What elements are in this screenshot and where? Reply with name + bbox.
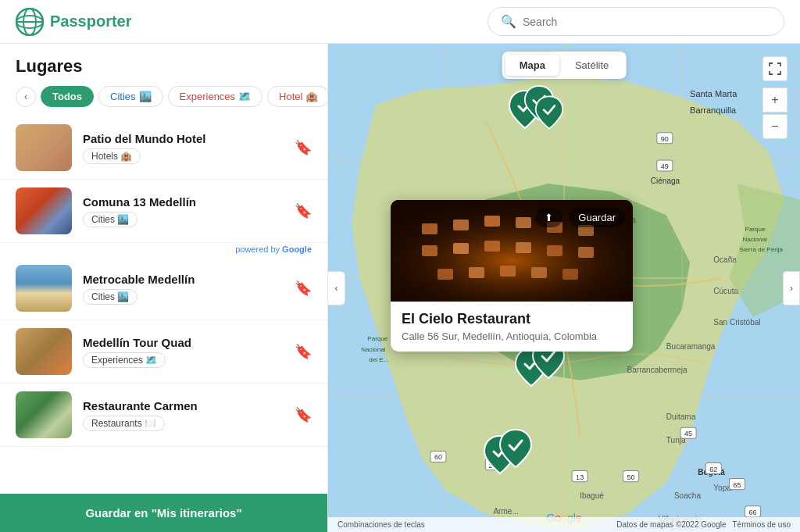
item-tag: Hotels 🏨 bbox=[83, 148, 141, 164]
filter-tab-experiences[interactable]: Experiences 🗺️ bbox=[168, 86, 263, 107]
svg-text:Nacional: Nacional bbox=[361, 346, 386, 353]
zoom-in-button[interactable]: + bbox=[762, 87, 788, 112]
item-info: Medellín Tour Quad Experiences 🗺️ bbox=[83, 336, 284, 368]
left-panel: Lugares ‹ Todos Cities 🏙️ Experiences 🗺️… bbox=[0, 44, 328, 532]
main-layout: Lugares ‹ Todos Cities 🏙️ Experiences 🗺️… bbox=[0, 44, 800, 532]
popup-image-overlay: ⬆ Guardar bbox=[391, 200, 633, 302]
popup-address: Calle 56 Sur, Medellín, Antioquia, Colom… bbox=[402, 330, 622, 342]
item-name: Patio del Mundo Hotel bbox=[83, 132, 284, 145]
popup-share-button[interactable]: ⬆ bbox=[535, 208, 562, 227]
map-bottom-right: Datos de mapas ©2022 Google Términos de … bbox=[616, 520, 791, 529]
map-pin-3b[interactable] bbox=[498, 428, 533, 472]
map-popup: ⬆ Guardar El Cielo Restaurant Calle 56 S… bbox=[391, 200, 633, 352]
item-info: Patio del Mundo Hotel Hotels 🏨 bbox=[83, 132, 284, 164]
search-bar[interactable]: 🔍 bbox=[488, 7, 784, 36]
map-tabs: Mapa Satélite bbox=[502, 52, 627, 79]
svg-text:Nacional: Nacional bbox=[743, 236, 768, 243]
map-controls: + − bbox=[762, 56, 788, 139]
svg-text:Barrancabermeja: Barrancabermeja bbox=[627, 366, 688, 374]
header: Passporter 🔍 bbox=[0, 0, 800, 44]
item-tag: Restaurants 🍽️ bbox=[83, 416, 165, 431]
item-info: Metrocable Medellín Cities 🏙️ bbox=[83, 273, 284, 305]
svg-text:Barranquilla: Barranquilla bbox=[690, 105, 737, 115]
fullscreen-button[interactable] bbox=[762, 56, 788, 81]
svg-text:Sierra de Perijá: Sierra de Perijá bbox=[739, 246, 783, 253]
map-pin-1c[interactable] bbox=[534, 95, 564, 134]
item-tag: Cities 🏙️ bbox=[83, 212, 138, 227]
google-brand: Google bbox=[282, 245, 312, 254]
filter-prev-arrow[interactable]: ‹ bbox=[16, 87, 36, 107]
map-background: Santa Marta Barranquilla Ciénaga Bosconi… bbox=[328, 44, 800, 532]
item-name: Restaurante Carmen bbox=[83, 399, 284, 412]
bookmark-button[interactable]: 🔖 bbox=[295, 280, 312, 297]
list-item: Patio del Mundo Hotel Hotels 🏨 🔖 bbox=[0, 116, 327, 180]
item-image bbox=[16, 328, 72, 375]
terms-of-use: Términos de uso bbox=[733, 520, 791, 529]
search-input[interactable] bbox=[523, 16, 771, 28]
search-icon: 🔍 bbox=[501, 14, 516, 29]
svg-text:Arme...: Arme... bbox=[493, 507, 518, 516]
svg-text:Bucaramanga: Bucaramanga bbox=[666, 342, 716, 351]
svg-text:Ciénaga: Ciénaga bbox=[651, 177, 680, 185]
app-name: Passporter bbox=[50, 12, 132, 30]
list-item: Restaurante Carmen Restaurants 🍽️ 🔖 bbox=[0, 384, 327, 447]
items-list: Patio del Mundo Hotel Hotels 🏨 🔖 Comuna … bbox=[0, 116, 327, 494]
tab-mapa[interactable]: Mapa bbox=[505, 55, 559, 76]
bookmark-button[interactable]: 🔖 bbox=[295, 343, 312, 360]
map-bottom-bar: Combinaciones de teclas Datos de mapas ©… bbox=[328, 517, 800, 532]
svg-text:65: 65 bbox=[733, 481, 741, 489]
svg-text:60: 60 bbox=[434, 453, 442, 461]
svg-text:del E...: del E... bbox=[369, 356, 388, 363]
item-name: Metrocable Medellín bbox=[83, 273, 284, 286]
map-panel: Santa Marta Barranquilla Ciénaga Bosconi… bbox=[328, 44, 800, 532]
item-image bbox=[16, 187, 72, 234]
panel-title: Lugares bbox=[16, 56, 312, 77]
zoom-out-button[interactable]: − bbox=[762, 114, 788, 139]
tab-satelite[interactable]: Satélite bbox=[561, 55, 623, 76]
svg-text:62: 62 bbox=[709, 466, 717, 473]
list-item: Medellín Tour Quad Experiences 🗺️ 🔖 bbox=[0, 320, 327, 384]
powered-by: powered by Google bbox=[0, 243, 327, 257]
filter-tab-todos[interactable]: Todos bbox=[41, 86, 94, 107]
list-item: Metrocable Medellín Cities 🏙️ 🔖 bbox=[0, 257, 327, 320]
svg-text:Ocaña: Ocaña bbox=[713, 255, 737, 264]
map-expand-right-arrow[interactable]: › bbox=[783, 271, 800, 305]
svg-text:Soacha: Soacha bbox=[674, 491, 701, 500]
item-tag: Experiences 🗺️ bbox=[83, 352, 166, 368]
svg-text:45: 45 bbox=[684, 430, 692, 437]
svg-text:90: 90 bbox=[661, 135, 669, 143]
map-data-text: Datos de mapas ©2022 Google bbox=[616, 520, 726, 529]
save-itinerary-button[interactable]: Guardar en "Mis itinerarios" bbox=[0, 494, 327, 532]
svg-text:66: 66 bbox=[749, 509, 757, 516]
svg-text:50: 50 bbox=[627, 473, 635, 481]
logo-icon bbox=[16, 8, 44, 36]
filter-tabs: ‹ Todos Cities 🏙️ Experiences 🗺️ Hotel 🏨… bbox=[0, 86, 327, 116]
svg-text:Parque: Parque bbox=[745, 226, 766, 233]
keyboard-shortcuts: Combinaciones de teclas bbox=[338, 520, 425, 529]
list-item: Comuna 13 Medellín Cities 🏙️ 🔖 bbox=[0, 180, 327, 243]
filter-tab-cities[interactable]: Cities 🏙️ bbox=[98, 86, 163, 107]
bookmark-button[interactable]: 🔖 bbox=[295, 406, 312, 423]
item-info: Restaurante Carmen Restaurants 🍽️ bbox=[83, 399, 284, 431]
filter-tab-hotel[interactable]: Hotel 🏨 bbox=[267, 86, 327, 107]
panel-header: Lugares bbox=[0, 44, 327, 86]
popup-save-button[interactable]: Guardar bbox=[569, 208, 625, 227]
item-image bbox=[16, 265, 72, 312]
popup-image: ⬆ Guardar bbox=[391, 200, 633, 302]
svg-text:Parque: Parque bbox=[367, 335, 388, 342]
bookmark-button[interactable]: 🔖 bbox=[295, 202, 312, 220]
map-collapse-arrow[interactable]: ‹ bbox=[328, 271, 345, 305]
item-image bbox=[16, 391, 72, 438]
item-info: Comuna 13 Medellín Cities 🏙️ bbox=[83, 195, 284, 227]
svg-text:San Cristóbal: San Cristóbal bbox=[713, 318, 760, 327]
item-name: Medellín Tour Quad bbox=[83, 336, 284, 349]
item-name: Comuna 13 Medellín bbox=[83, 195, 284, 209]
bookmark-button[interactable]: 🔖 bbox=[295, 139, 312, 156]
item-tag: Cities 🏙️ bbox=[83, 289, 138, 305]
logo: Passporter bbox=[16, 8, 132, 36]
svg-text:Ibagué: Ibagué bbox=[580, 491, 604, 500]
popup-body: El Cielo Restaurant Calle 56 Sur, Medell… bbox=[391, 302, 633, 352]
svg-text:49: 49 bbox=[661, 162, 669, 170]
svg-text:13: 13 bbox=[576, 473, 584, 481]
item-image bbox=[16, 124, 72, 171]
